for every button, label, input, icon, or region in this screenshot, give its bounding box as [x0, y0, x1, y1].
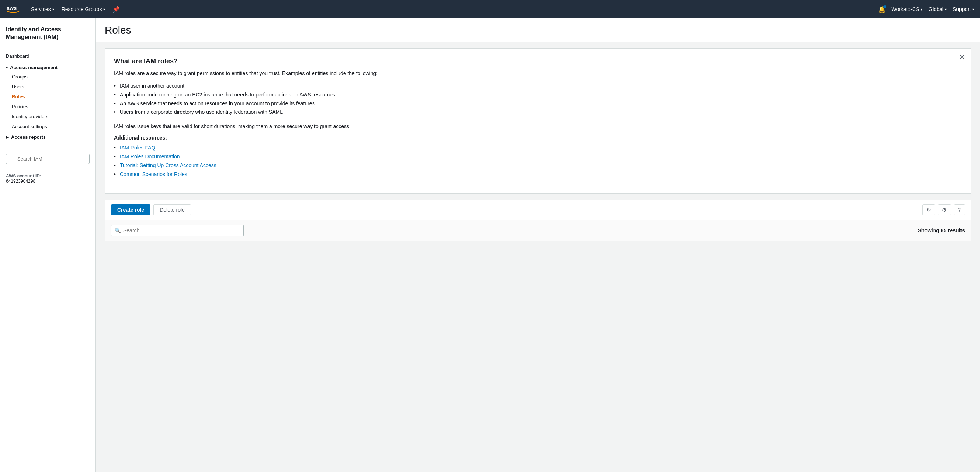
- pin-icon[interactable]: 📌: [113, 6, 120, 13]
- list-item: Tutorial: Setting Up Cross Account Acces…: [114, 161, 962, 170]
- results-count: Showing 65 results: [918, 228, 965, 233]
- info-panel-heading: What are IAM roles?: [114, 57, 962, 65]
- resource-groups-nav[interactable]: Resource Groups ▾: [62, 6, 105, 12]
- sidebar-section-access-reports[interactable]: ▶ Access reports: [0, 131, 95, 141]
- sidebar-search-section: 🔍: [0, 149, 95, 169]
- access-reports-label: Access reports: [11, 135, 46, 140]
- iam-roles-docs-link[interactable]: IAM Roles Documentation: [120, 154, 180, 159]
- roles-search-icon: 🔍: [115, 228, 121, 233]
- refresh-button[interactable]: ↻: [923, 204, 935, 215]
- support-chevron: ▾: [972, 7, 974, 11]
- roles-search-area: 🔍 Showing 65 results: [105, 220, 971, 241]
- list-item: Common Scenarios for Roles: [114, 170, 962, 179]
- sidebar-collapse-button[interactable]: ‹: [95, 238, 96, 253]
- list-item: IAM Roles FAQ: [114, 144, 962, 152]
- app-body: ‹ Identity and Access Management (IAM) D…: [0, 18, 980, 472]
- page-title: Roles: [105, 24, 971, 36]
- settings-button[interactable]: ⚙: [938, 204, 951, 215]
- cross-account-tutorial-link[interactable]: Tutorial: Setting Up Cross Account Acces…: [120, 162, 216, 168]
- sidebar-item-account-settings[interactable]: Account settings: [0, 122, 95, 131]
- services-label: Services: [31, 6, 51, 12]
- aws-logo[interactable]: aws: [6, 2, 21, 17]
- help-button[interactable]: ?: [954, 204, 965, 215]
- roles-search-input[interactable]: [111, 225, 244, 236]
- list-item: IAM Roles Documentation: [114, 152, 962, 161]
- info-panel-close-button[interactable]: ✕: [959, 53, 965, 61]
- sidebar-title: Identity and Access Management (IAM): [0, 18, 95, 46]
- iam-roles-faq-link[interactable]: IAM Roles FAQ: [120, 145, 155, 150]
- info-panel: ✕ What are IAM roles? IAM roles are a se…: [105, 48, 971, 194]
- info-panel-bullets: IAM user in another account Application …: [114, 82, 962, 117]
- support-nav[interactable]: Support ▾: [953, 6, 974, 12]
- sidebar-item-groups[interactable]: Groups: [0, 72, 95, 82]
- sidebar-search-wrapper: 🔍: [6, 154, 90, 164]
- services-chevron: ▾: [52, 7, 54, 11]
- sidebar: ‹ Identity and Access Management (IAM) D…: [0, 18, 96, 472]
- region-label: Global: [928, 6, 943, 12]
- sidebar-nav: Dashboard ▾ Access management Groups Use…: [0, 46, 95, 146]
- account-id-label: AWS account ID:: [6, 173, 90, 179]
- access-management-label: Access management: [10, 65, 57, 70]
- page-header: Roles: [96, 18, 980, 42]
- delete-role-button[interactable]: Delete role: [153, 204, 191, 215]
- notification-dot: [883, 5, 886, 8]
- sidebar-item-policies[interactable]: Policies: [0, 101, 95, 112]
- account-label: Workato-CS: [891, 6, 920, 12]
- region-nav[interactable]: Global ▾: [928, 6, 947, 12]
- sidebar-item-identity-providers[interactable]: Identity providers: [0, 112, 95, 122]
- roles-toolbar: Create role Delete role ↻ ⚙ ?: [105, 200, 971, 220]
- sidebar-search-input[interactable]: [6, 154, 90, 164]
- bullet-item: IAM user in another account: [114, 82, 962, 90]
- additional-resources-label: Additional resources:: [114, 135, 962, 141]
- main-content: Roles ✕ What are IAM roles? IAM roles ar…: [96, 18, 980, 472]
- info-panel-footer: IAM roles issue keys that are valid for …: [114, 123, 962, 130]
- svg-text:aws: aws: [6, 5, 17, 11]
- expand-access-reports-icon: ▶: [6, 135, 9, 139]
- bullet-item: An AWS service that needs to act on reso…: [114, 100, 962, 108]
- sidebar-account: AWS account ID: 641923904298: [0, 169, 95, 188]
- sidebar-item-dashboard[interactable]: Dashboard: [0, 51, 95, 62]
- support-label: Support: [953, 6, 971, 12]
- common-scenarios-link[interactable]: Common Scenarios for Roles: [120, 171, 187, 177]
- account-nav[interactable]: Workato-CS ▾: [891, 6, 923, 12]
- notifications-bell[interactable]: 🔔: [878, 6, 886, 13]
- bullet-item: Users from a corporate directory who use…: [114, 108, 962, 117]
- resource-groups-chevron: ▾: [103, 7, 105, 11]
- create-role-button[interactable]: Create role: [111, 204, 150, 215]
- resources-list: IAM Roles FAQ IAM Roles Documentation Tu…: [114, 144, 962, 179]
- info-panel-description: IAM roles are a secure way to grant perm…: [114, 70, 962, 77]
- info-panel-links: Additional resources: IAM Roles FAQ IAM …: [114, 135, 962, 179]
- nav-right: 🔔 Workato-CS ▾ Global ▾ Support ▾: [878, 6, 974, 13]
- sidebar-section-access-management[interactable]: ▾ Access management: [0, 62, 95, 72]
- resource-groups-label: Resource Groups: [62, 6, 102, 12]
- roles-search-wrapper: 🔍: [111, 225, 244, 236]
- services-nav[interactable]: Services ▾: [31, 6, 54, 12]
- account-chevron: ▾: [921, 7, 923, 11]
- bullet-item: Application code running on an EC2 insta…: [114, 90, 962, 100]
- account-id-value: 641923904298: [6, 179, 90, 184]
- expand-icon: ▾: [6, 65, 8, 70]
- top-navigation: aws Services ▾ Resource Groups ▾ 📌 🔔 Wor…: [0, 0, 980, 18]
- sidebar-item-roles[interactable]: Roles: [0, 92, 95, 101]
- sidebar-item-users[interactable]: Users: [0, 82, 95, 92]
- region-chevron: ▾: [945, 7, 947, 11]
